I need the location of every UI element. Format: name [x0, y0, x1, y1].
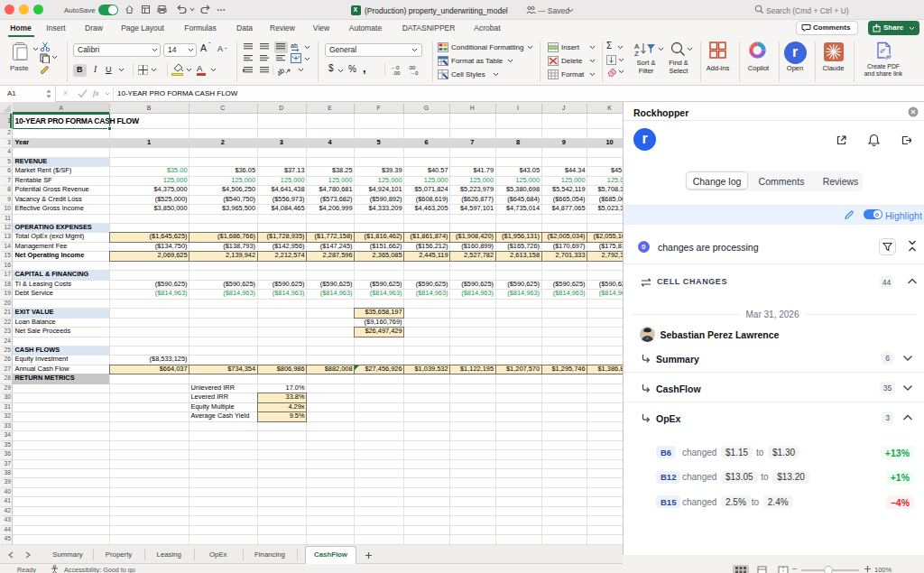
- svg-text:→0: →0: [410, 70, 419, 75]
- svg-text:ab: ab: [291, 42, 298, 49]
- svg-text:Z: Z: [634, 50, 639, 57]
- svg-text:.00: .00: [393, 70, 401, 75]
- svg-text:ab: ab: [278, 66, 287, 76]
